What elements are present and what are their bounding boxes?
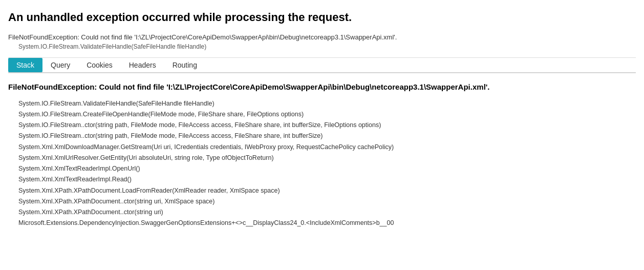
stack-line: System.Xml.XPath.XPathDocument..ctor(str…	[18, 207, 636, 218]
summary-hint-line: System.IO.FileStream.ValidateFileHandle(…	[18, 43, 636, 50]
tab-stack[interactable]: Stack	[8, 58, 42, 72]
stack-line: System.Xml.XmlUrlResolver.GetEntity(Uri …	[18, 153, 636, 163]
summary-error-line: FileNotFoundException: Could not find fi…	[8, 33, 636, 41]
stack-line: System.IO.FileStream..ctor(string path, …	[18, 120, 636, 131]
tab-query[interactable]: Query	[42, 58, 78, 72]
stack-error-title: FileNotFoundException: Could not find fi…	[8, 81, 636, 92]
main-error-title: An unhandled exception occurred while pr…	[8, 10, 636, 25]
stack-line: System.Xml.XPath.XPathDocument.LoadFromR…	[18, 185, 636, 196]
stack-section: FileNotFoundException: Could not find fi…	[8, 73, 636, 229]
stack-line: System.IO.FileStream.CreateFileOpenHandl…	[18, 109, 636, 120]
stack-line: System.IO.FileStream..ctor(string path, …	[18, 131, 636, 141]
stack-line: System.Xml.XmlTextReaderImpl.Read()	[18, 174, 636, 185]
tab-headers[interactable]: Headers	[121, 58, 164, 72]
stack-trace: System.IO.FileStream.ValidateFileHandle(…	[8, 98, 636, 229]
stack-line: System.Xml.XmlDownloadManager.GetStream(…	[18, 142, 636, 153]
tab-cookies[interactable]: Cookies	[78, 58, 121, 72]
page-container: An unhandled exception occurred while pr…	[0, 0, 644, 229]
stack-line: System.IO.FileStream.ValidateFileHandle(…	[18, 98, 636, 109]
stack-line: System.Xml.XPath.XPathDocument..ctor(str…	[18, 196, 636, 207]
tab-bar: Stack Query Cookies Headers Routing	[8, 58, 636, 73]
stack-line: Microsoft.Extensions.DependencyInjection…	[18, 218, 636, 229]
stack-line: System.Xml.XmlTextReaderImpl.OpenUrl()	[18, 163, 636, 174]
tab-routing[interactable]: Routing	[164, 58, 205, 72]
